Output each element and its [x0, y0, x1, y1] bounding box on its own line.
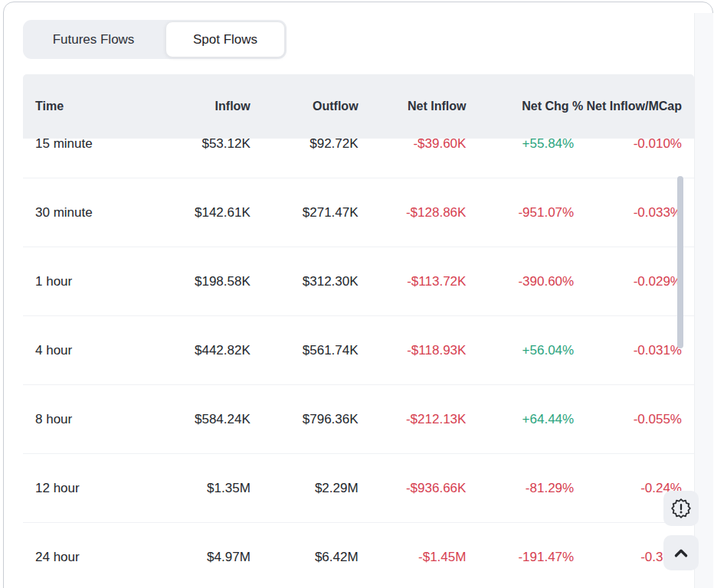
cell-net-chg: +56.04%	[466, 343, 574, 358]
cell-net-inflow: -$118.93K	[359, 343, 467, 358]
cell-net-chg: -390.60%	[466, 274, 574, 289]
column-header-net-chg: Net Chg %	[475, 100, 583, 113]
feedback-button[interactable]	[663, 491, 699, 526]
cell-net-chg: +64.44%	[466, 412, 574, 427]
cell-net-inflow: -$212.13K	[359, 412, 467, 427]
cell-net-inflow: -$1.45M	[359, 550, 467, 565]
cell-outflow: $2.29M	[251, 481, 359, 496]
cell-net-inflow: -$39.60K	[359, 139, 467, 152]
table-body: 15 minute$53.12K$92.72K-$39.60K+55.84%-0…	[23, 139, 694, 588]
cell-inflow: $53.12K	[142, 139, 251, 152]
cell-net-chg: -951.07%	[466, 205, 574, 220]
cell-net-inflow-mcap: -0.031%	[574, 343, 682, 358]
cell-inflow: $1.35M	[142, 481, 251, 496]
badge-exclamation-icon	[671, 498, 691, 518]
table-row: 4 hour$442.82K$561.74K-$118.93K+56.04%-0…	[23, 316, 694, 385]
column-header-inflow: Inflow	[142, 100, 251, 113]
cell-net-chg: -191.47%	[466, 550, 574, 565]
table-row: 8 hour$584.24K$796.36K-$212.13K+64.44%-0…	[23, 385, 694, 454]
cell-time: 24 hour	[35, 550, 142, 565]
scroll-to-top-button[interactable]	[663, 535, 699, 570]
cell-net-inflow-mcap: -0.033%	[574, 205, 682, 220]
cell-net-inflow: -$936.66K	[359, 481, 467, 496]
cell-net-inflow-mcap: -0.010%	[574, 139, 682, 152]
cell-inflow: $4.97M	[142, 550, 251, 565]
cell-net-inflow-mcap: -0.055%	[574, 412, 682, 427]
cell-net-chg: -81.29%	[466, 481, 574, 496]
table-row: 24 hour$4.97M$6.42M-$1.45M-191.47%-0.38%	[23, 523, 694, 588]
tab-spot-flows[interactable]: Spot Flows	[165, 21, 285, 57]
cell-outflow: $271.47K	[251, 205, 359, 220]
table-header: Time Inflow Outflow Net Inflow Net Chg %…	[23, 74, 694, 139]
cell-inflow: $584.24K	[142, 412, 251, 427]
cell-inflow: $198.58K	[142, 274, 251, 289]
scrollbar-thumb[interactable]	[677, 176, 683, 348]
table-row: 30 minute$142.61K$271.47K-$128.86K-951.0…	[23, 178, 694, 247]
cell-inflow: $142.61K	[142, 205, 251, 220]
column-header-outflow: Outflow	[251, 100, 359, 113]
cell-net-chg: +55.84%	[466, 139, 574, 152]
cell-time: 30 minute	[35, 205, 142, 220]
column-header-net-inflow: Net Inflow	[359, 100, 467, 113]
table-row: 1 hour$198.58K$312.30K-$113.72K-390.60%-…	[23, 247, 694, 316]
tab-bar: Futures Flows Spot Flows	[23, 20, 287, 59]
cell-time: 8 hour	[35, 412, 142, 427]
column-header-time: Time	[35, 100, 142, 113]
cell-outflow: $312.30K	[251, 274, 359, 289]
table-row: 15 minute$53.12K$92.72K-$39.60K+55.84%-0…	[23, 139, 694, 178]
cell-time: 12 hour	[35, 481, 142, 496]
cell-outflow: $796.36K	[251, 412, 359, 427]
column-header-net-inflow-mcap: Net Inflow/MCap	[574, 100, 682, 113]
cell-inflow: $442.82K	[142, 343, 251, 358]
cell-time: 4 hour	[35, 343, 142, 358]
cell-outflow: $6.42M	[251, 550, 359, 565]
cell-net-inflow: -$113.72K	[359, 274, 467, 289]
tab-futures-flows[interactable]: Futures Flows	[23, 20, 164, 59]
cell-outflow: $92.72K	[251, 139, 359, 152]
table-row: 12 hour$1.35M$2.29M-$936.66K-81.29%-0.24…	[23, 454, 694, 523]
cell-net-inflow: -$128.86K	[359, 205, 467, 220]
cell-time: 1 hour	[35, 274, 142, 289]
cell-net-inflow-mcap: -0.029%	[574, 274, 682, 289]
cell-outflow: $561.74K	[251, 343, 359, 358]
cell-time: 15 minute	[35, 139, 142, 152]
chevron-up-icon	[671, 543, 691, 563]
